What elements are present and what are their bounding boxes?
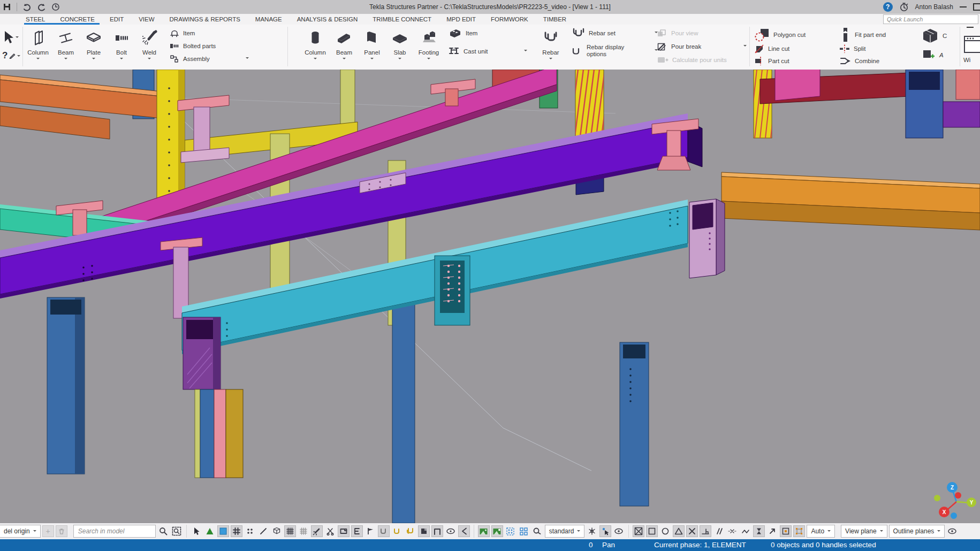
- search-in-view-icon[interactable]: [171, 525, 183, 537]
- bolt-button[interactable]: Bolt: [108, 27, 135, 61]
- weld-button[interactable]: Weld: [135, 27, 163, 61]
- planes-visibility-icon[interactable]: [946, 525, 958, 537]
- select-rebar-gray-icon[interactable]: [378, 525, 390, 537]
- drag-and-drop-handles-icon[interactable]: [491, 525, 503, 537]
- origin-dropdown[interactable]: del origin: [0, 525, 41, 538]
- snap-extension-icon[interactable]: [726, 525, 738, 537]
- snap-reference-icon[interactable]: [518, 525, 530, 537]
- assembly-button[interactable]: Assembly: [170, 53, 249, 64]
- save-icon[interactable]: [3, 3, 11, 11]
- select-views-icon[interactable]: [338, 525, 350, 537]
- select-profile-icon[interactable]: [351, 525, 363, 537]
- cyan-stirrup-box[interactable]: [435, 256, 470, 325]
- concrete-item-button[interactable]: Item: [448, 28, 527, 39]
- trimble-account-icon[interactable]: [899, 2, 909, 12]
- snap-grid-icon[interactable]: [505, 525, 516, 537]
- blue-column-left[interactable]: [47, 297, 85, 474]
- slab-button[interactable]: Slab: [386, 27, 414, 61]
- snap-intersection-icon[interactable]: [686, 525, 698, 537]
- select-rebar-icon[interactable]: [391, 525, 403, 537]
- pour-break-button[interactable]: Pour break: [657, 41, 747, 52]
- snap-settings-dropdown[interactable]: standard: [545, 525, 585, 538]
- tab-drawings-reports[interactable]: DRAWINGS & REPORTS: [162, 14, 248, 25]
- select-cuts-icon[interactable]: [324, 525, 336, 537]
- snap-circle-icon[interactable]: [659, 525, 671, 537]
- redo-icon[interactable]: [37, 3, 46, 11]
- tab-analysis-design[interactable]: ANALYSIS & DESIGN: [290, 14, 366, 25]
- user-name[interactable]: Anton Balash: [915, 3, 953, 11]
- tab-trimble-connect[interactable]: TRIMBLE CONNECT: [365, 14, 439, 25]
- select-parts-icon[interactable]: [204, 525, 216, 537]
- concrete-column-button[interactable]: Column: [301, 27, 329, 61]
- tab-timber[interactable]: TIMBER: [536, 14, 574, 25]
- model-search-box[interactable]: [73, 525, 156, 538]
- restore-window-icon[interactable]: [973, 3, 980, 11]
- snap-nearest-icon[interactable]: [740, 525, 751, 537]
- smart-select-icon[interactable]: [599, 525, 611, 537]
- fit-part-end-button[interactable]: Fit part end: [839, 28, 909, 42]
- polygon-cut-button[interactable]: Polygon cut: [754, 28, 829, 42]
- search-icon[interactable]: [157, 525, 169, 537]
- chamfer-button[interactable]: C: [922, 28, 959, 44]
- steel-item-button[interactable]: Item: [170, 28, 249, 39]
- select-welds-icon[interactable]: [311, 525, 323, 537]
- select-part-icon[interactable]: [271, 525, 283, 537]
- viewport-3d-model[interactable]: Z X Y: [0, 70, 980, 523]
- cast-unit-button[interactable]: Cast unit: [448, 46, 527, 57]
- tab-mpd-edit[interactable]: MPD EDIT: [439, 14, 483, 25]
- collapse-ribbon-icon[interactable]: [967, 27, 974, 28]
- select-surface-icon[interactable]: [418, 525, 430, 537]
- select-surface-grid-icon[interactable]: [284, 525, 296, 537]
- snap-perpendicular-icon[interactable]: [700, 525, 711, 537]
- combine-button[interactable]: Combine: [839, 56, 909, 66]
- blue-column-center[interactable]: [392, 300, 415, 523]
- history-icon[interactable]: [51, 3, 60, 11]
- concrete-beam-button[interactable]: Beam: [330, 27, 358, 61]
- visibility-icon[interactable]: [613, 525, 625, 537]
- tab-edit[interactable]: EDIT: [102, 14, 131, 25]
- add-button[interactable]: A: [922, 48, 959, 62]
- blue-column-right[interactable]: [620, 342, 649, 506]
- context-help-button[interactable]: ?: [2, 50, 20, 61]
- quick-launch-input[interactable]: [884, 15, 978, 24]
- snap-line-icon[interactable]: [766, 525, 778, 537]
- view-plane-dropdown[interactable]: View plane: [841, 525, 887, 538]
- select-grid-plane-icon[interactable]: [364, 525, 376, 537]
- select-cursor-button[interactable]: [2, 30, 19, 44]
- select-polyline-icon[interactable]: [458, 525, 470, 537]
- drag-and-drop-icon[interactable]: [478, 525, 490, 537]
- select-objects-in-components-icon[interactable]: [445, 525, 457, 537]
- rebar-display-options-button[interactable]: Rebar display options: [571, 43, 658, 59]
- select-area-icon[interactable]: [217, 525, 229, 537]
- plate-button[interactable]: Plate: [80, 27, 108, 61]
- snap-parallel-icon[interactable]: [713, 525, 725, 537]
- steel-beam-button[interactable]: Beam: [52, 27, 80, 61]
- rebar-set-button[interactable]: Rebar set: [571, 28, 658, 39]
- tab-formwork[interactable]: FORMWORK: [483, 14, 536, 25]
- window-button[interactable]: Wi: [963, 34, 980, 63]
- panel-button[interactable]: Panel: [358, 27, 386, 61]
- snap-center-icon[interactable]: [646, 525, 658, 537]
- rebar-button[interactable]: Rebar: [537, 27, 565, 61]
- select-rebar-set-icon[interactable]: [405, 525, 416, 537]
- line-cut-button[interactable]: Line cut: [754, 43, 829, 54]
- snap-midpoint-icon[interactable]: [673, 525, 685, 537]
- model-search-input[interactable]: [74, 525, 155, 537]
- footing-button[interactable]: Footing: [415, 27, 443, 61]
- snap-override-icon[interactable]: [586, 525, 598, 537]
- snap-depth-dropdown[interactable]: Auto: [807, 525, 835, 538]
- help-icon[interactable]: ?: [883, 2, 893, 12]
- part-cut-button[interactable]: Part cut: [754, 56, 829, 66]
- split-button[interactable]: Split: [839, 43, 909, 54]
- undo-icon[interactable]: [22, 3, 32, 11]
- select-points-icon[interactable]: [244, 525, 256, 537]
- select-grid-light-icon[interactable]: [298, 525, 309, 537]
- snap-handles-icon[interactable]: [793, 525, 805, 537]
- select-grid-icon[interactable]: [231, 525, 242, 537]
- snap-endpoint-icon[interactable]: [633, 525, 644, 537]
- minimize-icon[interactable]: [960, 6, 967, 7]
- tab-view[interactable]: VIEW: [131, 14, 162, 25]
- bolted-parts-button[interactable]: Bolted parts: [170, 41, 249, 51]
- select-component-icon[interactable]: [431, 525, 443, 537]
- steel-column-button[interactable]: Column: [24, 27, 52, 61]
